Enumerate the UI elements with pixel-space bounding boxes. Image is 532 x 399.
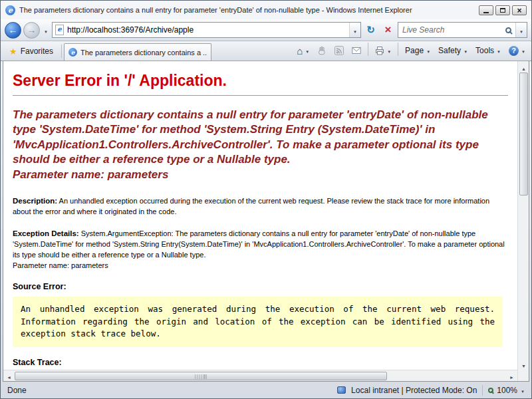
browser-window: The parameters dictionary contains a nul…: [0, 0, 532, 399]
status-text: Done: [7, 386, 27, 395]
error-page: Server Error in '/' Application. The par…: [3, 61, 517, 370]
network-zone-icon: [337, 386, 346, 394]
scroll-right-button[interactable]: [506, 370, 517, 382]
ie-icon: [68, 48, 77, 57]
chevron-down-icon: [521, 386, 525, 395]
minimize-button[interactable]: [479, 5, 493, 15]
mail-icon: [352, 47, 361, 55]
close-icon: [517, 4, 521, 16]
search-input[interactable]: [402, 23, 505, 37]
separator: [61, 45, 62, 58]
close-button[interactable]: [512, 5, 527, 15]
chevron-down-icon: [426, 46, 430, 55]
separator: [482, 385, 483, 396]
address-bar[interactable]: [52, 22, 361, 38]
search-options-dropdown[interactable]: [515, 23, 527, 37]
content-region: Server Error in '/' Application. The par…: [3, 61, 529, 382]
horizontal-scroll-thumb[interactable]: [15, 372, 387, 380]
vertical-scroll-thumb[interactable]: [519, 72, 528, 196]
chevron-down-icon: [521, 46, 525, 55]
chevron-down-icon: [497, 46, 501, 55]
window-title: The parameters dictionary contains a nul…: [19, 6, 475, 14]
scroll-left-button[interactable]: [3, 370, 15, 382]
ie-icon: [5, 5, 15, 15]
maximize-icon: [500, 8, 505, 13]
feeds-icon: [334, 46, 344, 55]
exception-details-label: Exception Details:: [13, 229, 79, 237]
description-text: An unhandled exception occurred during t…: [13, 197, 489, 215]
printer-icon: [375, 46, 384, 55]
chevron-down-icon: [387, 46, 391, 55]
source-error-box: An unhandled exception was generated dur…: [13, 297, 503, 347]
zoom-control[interactable]: 100%: [488, 386, 525, 395]
address-input[interactable]: [67, 23, 349, 37]
arrow-left-icon: [7, 370, 11, 382]
exception-details-paragraph: Exception Details: System.ArgumentExcept…: [13, 228, 508, 271]
divider: [13, 95, 508, 96]
chevron-down-icon: [464, 46, 467, 55]
safety-menu-button[interactable]: Safety: [435, 43, 471, 59]
recent-pages-dropdown[interactable]: [42, 23, 50, 37]
tools-menu-label: Tools: [475, 46, 494, 55]
command-buttons: Page Safety Tools: [293, 42, 529, 59]
parameter-name-line: Parameter name: parameters: [13, 168, 508, 182]
help-icon: [509, 46, 519, 56]
zoom-level: 100%: [497, 386, 517, 395]
separator: [398, 43, 398, 56]
search-icon: [505, 27, 511, 33]
page-title: Server Error in '/' Application.: [13, 72, 508, 90]
search-box[interactable]: [398, 22, 527, 38]
maximize-button[interactable]: [495, 5, 510, 15]
page-column: Server Error in '/' Application. The par…: [3, 61, 517, 381]
tools-menu-button[interactable]: Tools: [472, 43, 504, 59]
chevron-down-icon: [353, 24, 357, 36]
stop-button[interactable]: [380, 22, 396, 38]
home-button[interactable]: [293, 43, 313, 59]
command-bar: Favorites The parameters dictionary cont…: [1, 41, 531, 61]
home-icon: [297, 45, 303, 57]
favorites-label: Favorites: [21, 47, 53, 56]
exception-details-text: System.ArgumentException: The parameters…: [13, 229, 505, 269]
star-icon: [9, 47, 17, 57]
arrow-down-icon: [521, 358, 526, 370]
minimize-icon: [483, 12, 489, 13]
arrow-right-icon: [509, 370, 514, 382]
source-error-label: Source Error:: [13, 282, 508, 291]
separator: [368, 43, 368, 56]
hand-button[interactable]: [314, 43, 330, 59]
scroll-track[interactable]: [518, 196, 529, 358]
scrollbar-corner: [518, 370, 529, 381]
page-menu-button[interactable]: Page: [402, 43, 434, 59]
mail-button[interactable]: [348, 43, 364, 59]
window-controls: [479, 5, 527, 15]
hand-icon: [317, 46, 327, 55]
safety-menu-label: Safety: [438, 46, 461, 55]
chevron-down-icon: [44, 24, 48, 36]
horizontal-scrollbar[interactable]: [3, 370, 517, 381]
feeds-button[interactable]: [331, 43, 347, 59]
error-message: The parameters dictionary contains a nul…: [13, 108, 508, 168]
back-button[interactable]: [5, 22, 21, 39]
print-button[interactable]: [372, 43, 394, 59]
navigation-bar: [1, 19, 531, 41]
chevron-down-icon: [519, 24, 523, 36]
arrow-up-icon: [521, 61, 526, 73]
title-bar: The parameters dictionary contains a nul…: [1, 1, 531, 19]
status-bar: Done Local intranet | Protected Mode: On…: [1, 382, 531, 398]
favorites-button[interactable]: Favorites: [3, 43, 59, 59]
description-label: Description:: [13, 197, 57, 205]
tab-title: The parameters dictionary contains a ...: [80, 49, 207, 57]
forward-button[interactable]: [23, 22, 40, 39]
security-zone-text: Local intranet | Protected Mode: On: [351, 386, 477, 395]
address-dropdown-button[interactable]: [349, 23, 360, 37]
description-paragraph: Description: An unhandled exception occu…: [13, 196, 508, 217]
browser-tab[interactable]: The parameters dictionary contains a ...: [64, 43, 211, 61]
chevron-down-icon: [305, 46, 309, 55]
scroll-down-button[interactable]: [518, 358, 529, 370]
help-menu-button[interactable]: [505, 43, 529, 59]
scroll-up-button[interactable]: [518, 61, 529, 72]
zoom-icon: [488, 388, 493, 393]
refresh-button[interactable]: [363, 22, 378, 38]
vertical-scrollbar[interactable]: [517, 61, 529, 381]
page-menu-label: Page: [405, 46, 424, 55]
